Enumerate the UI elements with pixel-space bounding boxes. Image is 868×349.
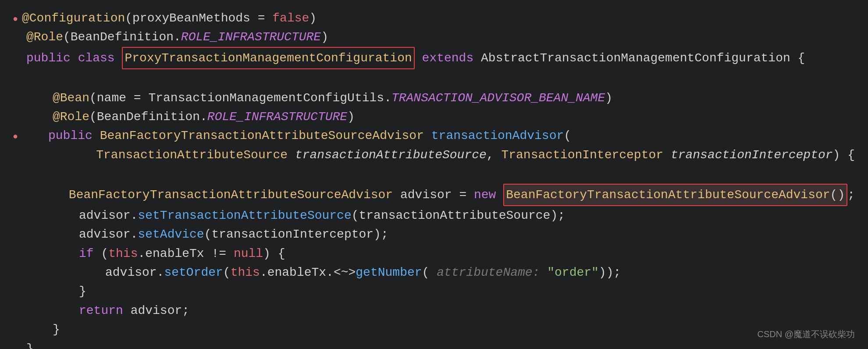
highlighted-constructor: BeanFactoryTransactionAttributeSourceAdv… xyxy=(503,184,847,206)
keyword-public-1: public xyxy=(26,49,71,68)
annotation-role-1: @Role xyxy=(26,28,63,46)
code-line-3: public class ProxyTransactionManagementC… xyxy=(9,47,855,69)
code-line-9 xyxy=(9,164,855,183)
gutter-1: ● xyxy=(9,12,22,26)
code-line-8: TransactionAttributeSource transactionAt… xyxy=(9,146,855,164)
code-line-13: if (this.enableTx != null) { xyxy=(9,244,855,263)
code-line-4 xyxy=(9,69,855,88)
code-line-15: } xyxy=(9,282,855,301)
code-line-10: BeanFactoryTransactionAttributeSourceAdv… xyxy=(9,184,855,206)
code-line-14: advisor.setOrder(this.enableTx.<~>getNum… xyxy=(9,263,855,282)
code-line-12: advisor.setAdvice(transactionInterceptor… xyxy=(9,225,855,244)
code-line-6: @Role(BeanDefinition.ROLE_INFRASTRUCTURE… xyxy=(9,107,855,126)
code-editor: ● @Configuration(proxyBeanMethods = fals… xyxy=(0,0,868,349)
code-line-7: ● public BeanFactoryTransactionAttribute… xyxy=(9,126,855,145)
watermark-text: CSDN @魔道不误砍柴功 xyxy=(757,328,855,341)
code-line-5: @Bean(name = TransactionManagementConfig… xyxy=(9,89,855,107)
code-line-2: @Role(BeanDefinition.ROLE_INFRASTRUCTURE… xyxy=(9,28,855,46)
code-line-17: } xyxy=(9,320,855,339)
highlighted-classname: ProxyTransactionManagementConfiguration xyxy=(122,47,414,69)
code-line-1: ● @Configuration(proxyBeanMethods = fals… xyxy=(9,9,855,28)
code-line-16: return advisor; xyxy=(9,301,855,320)
annotation-configuration: @Configuration xyxy=(22,9,125,28)
keyword-class: class xyxy=(78,49,115,68)
code-line-18: } xyxy=(9,339,855,349)
code-line-11: advisor.setTransactionAttributeSource(tr… xyxy=(9,206,855,225)
